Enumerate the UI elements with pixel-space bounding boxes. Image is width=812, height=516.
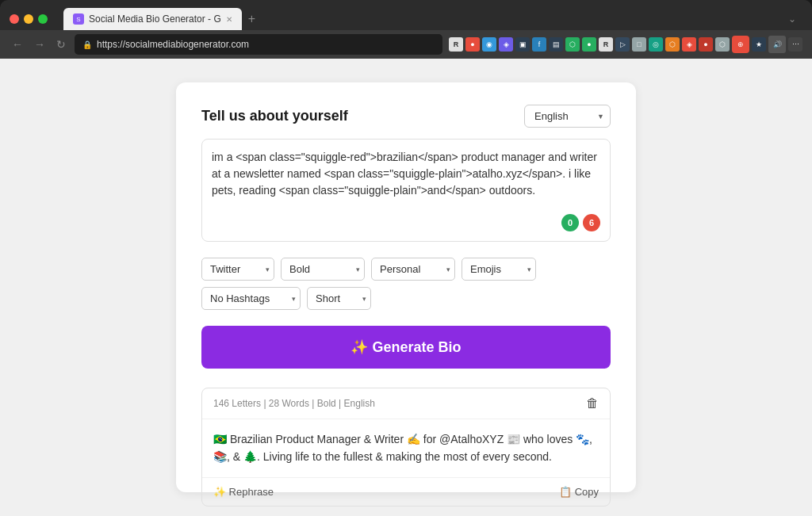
bio-textarea[interactable]: im a <span class="squiggle-red">brazilia… [212,149,600,204]
reload-button[interactable]: ↻ [54,38,68,51]
platform-select[interactable]: Twitter Instagram LinkedIn TikTok [201,258,274,281]
copy-button[interactable]: 📋 Copy [559,486,599,498]
ext-icon-19[interactable]: ★ [752,37,766,52]
generate-button[interactable]: ✨ Generate Bio [201,326,611,369]
section-title: Tell us about yourself [201,108,348,124]
ext-icon-13[interactable]: ◎ [649,37,663,52]
ext-icon-3[interactable]: ◉ [482,37,496,52]
delete-button[interactable]: 🗑 [586,396,599,411]
ext-icon-4[interactable]: ◈ [499,37,513,52]
ext-icon-5[interactable]: ▣ [515,37,530,52]
tone-select[interactable]: Bold Casual Professional Funny [281,258,365,281]
ext-icon-2[interactable]: ● [465,37,480,52]
textarea-badges: 0 6 [212,214,600,231]
tab-title: Social Media Bio Generator - G [89,13,221,25]
ext-icon-15[interactable]: ◈ [682,37,696,52]
badge-green: 0 [561,214,579,231]
address-bar[interactable]: 🔒 https://socialmediabiogenerator.com [75,34,442,55]
ext-icon-11[interactable]: ▷ [615,37,630,52]
result-body: 🇧🇷 Brazilian Product Manager & Writer ✍️… [202,419,610,477]
style-select[interactable]: Personal Professional Creative [371,258,455,281]
ext-icon-21[interactable]: ⋯ [788,37,802,52]
ext-icon-16[interactable]: ● [699,37,713,52]
back-button[interactable]: ← [10,38,25,51]
tab-bar: S Social Media Bio Generator - G ✕ + [63,8,259,30]
style-wrapper: Personal Professional Creative [371,258,455,281]
tab-favicon: S [73,13,84,25]
ext-icon-14[interactable]: ⬡ [665,37,680,52]
url-text: https://socialmediabiogenerator.com [97,39,249,50]
ext-icon-9[interactable]: ● [582,37,596,52]
options-row: Twitter Instagram LinkedIn TikTok Bold C… [201,258,611,310]
ext-icon-1[interactable]: R [449,37,463,52]
platform-wrapper: Twitter Instagram LinkedIn TikTok [201,258,274,281]
active-tab[interactable]: S Social Media Bio Generator - G ✕ [63,8,242,30]
close-button[interactable] [10,14,19,24]
result-meta: 146 Letters | 28 Words | Bold | English [213,398,375,409]
hashtags-wrapper: No Hashtags Few Hashtags Many Hashtags [201,287,301,310]
main-container: Tell us about yourself English Spanish F… [176,82,636,492]
ext-icon-20[interactable]: 🔊 [768,36,786,53]
fullscreen-button[interactable] [38,14,48,24]
badge-red: 6 [583,214,600,231]
toolbar-icons: R ● ◉ ◈ ▣ f ▤ ⬡ ● R ▷ □ ◎ ⬡ ◈ ● ⬡ ⊕ ★ 🔊 … [449,36,802,53]
ext-icon-10[interactable]: R [599,37,613,52]
ext-icon-6[interactable]: f [532,37,546,52]
ext-icon-18[interactable]: ⊕ [732,36,749,53]
browser-chrome: S Social Media Bio Generator - G ✕ + ⌄ ←… [0,0,812,59]
result-footer: ✨ Rephrase 📋 Copy [202,477,610,506]
tab-close-icon[interactable]: ✕ [226,15,232,24]
window-controls: ⌄ [788,13,796,25]
address-bar-row: ← → ↻ 🔒 https://socialmediabiogenerator.… [0,30,812,59]
length-select[interactable]: Short Medium Long [307,287,371,310]
section-header: Tell us about yourself English Spanish F… [201,105,611,128]
emojis-wrapper: Emojis No Emojis [462,258,536,281]
tone-wrapper: Bold Casual Professional Funny [281,258,365,281]
result-header: 146 Letters | 28 Words | Bold | English … [202,388,610,419]
hashtags-select[interactable]: No Hashtags Few Hashtags Many Hashtags [201,287,301,310]
result-card: 146 Letters | 28 Words | Bold | English … [201,388,611,506]
page-content: Tell us about yourself English Spanish F… [0,59,812,516]
length-wrapper: Short Medium Long [307,287,371,310]
title-bar: S Social Media Bio Generator - G ✕ + ⌄ [0,0,812,30]
emojis-select[interactable]: Emojis No Emojis [462,258,536,281]
new-tab-button[interactable]: + [245,12,259,26]
forward-button[interactable]: → [32,38,48,51]
rephrase-button[interactable]: ✨ Rephrase [213,486,274,498]
minimize-button[interactable] [24,14,33,24]
ext-icon-12[interactable]: □ [632,37,646,52]
lock-icon: 🔒 [82,40,92,49]
language-wrapper: English Spanish French Portuguese German [524,105,611,128]
textarea-wrapper: im a <span class="squiggle-red">brazilia… [201,139,611,242]
traffic-lights [10,14,48,24]
ext-icon-7[interactable]: ▤ [549,37,563,52]
ext-icon-8[interactable]: ⬡ [565,37,580,52]
language-select[interactable]: English Spanish French Portuguese German [524,105,611,128]
ext-icon-17[interactable]: ⬡ [715,37,730,52]
